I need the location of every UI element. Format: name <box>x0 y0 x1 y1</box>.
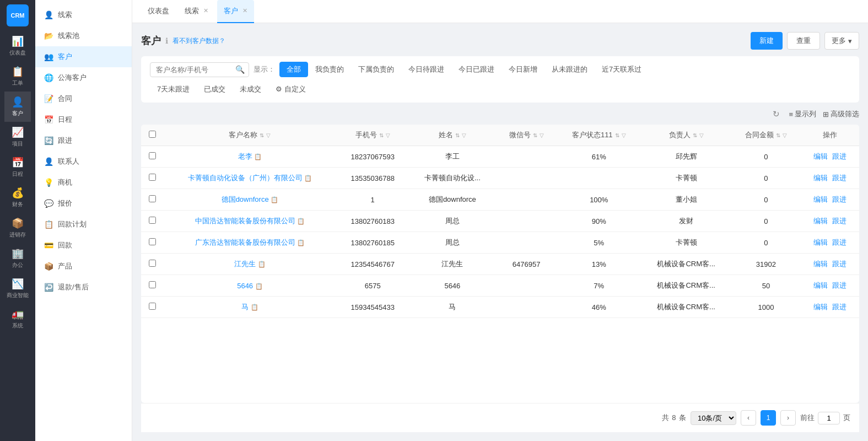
filter-btn-7days-contact[interactable]: 近7天联系过 <box>595 62 649 77</box>
tab-close-customer[interactable]: ✕ <box>242 7 247 14</box>
filter-icon-phone[interactable]: ▽ <box>386 132 390 138</box>
row-select-4[interactable] <box>149 238 156 245</box>
icon-sidebar-item-dashboard[interactable]: 📊仪表盘 <box>4 31 31 61</box>
sort-icon-status[interactable]: ⇅ <box>615 132 619 138</box>
filter-icon-status[interactable]: ▽ <box>622 132 626 138</box>
page-size-select[interactable]: 10条/页20条/页50条/页 <box>691 411 736 425</box>
next-page-button[interactable]: › <box>780 410 796 426</box>
nav-item-quote[interactable]: 💬报价 <box>35 193 132 214</box>
filter-icon-owner[interactable]: ▽ <box>699 132 704 138</box>
row-select-7[interactable] <box>149 303 156 310</box>
filter-icon-contact[interactable]: ▽ <box>462 132 466 138</box>
more-button[interactable]: 更多 ▾ <box>824 32 859 50</box>
nav-item-product[interactable]: 📦产品 <box>35 256 132 277</box>
edit-btn-7[interactable]: 编辑 <box>813 303 828 311</box>
filter-btn-today-followed[interactable]: 今日已跟进 <box>451 62 502 77</box>
sort-icon-owner[interactable]: ⇅ <box>693 132 697 138</box>
customer-name-6[interactable]: 5646 <box>237 282 253 290</box>
row-select-3[interactable] <box>149 217 156 224</box>
search-icon[interactable]: 🔍 <box>235 65 245 74</box>
filter-btn-all[interactable]: 全部 <box>279 62 308 77</box>
edit-btn-3[interactable]: 编辑 <box>813 217 828 225</box>
sort-icon-wechat[interactable]: ⇅ <box>533 132 537 138</box>
sort-icon-amount[interactable]: ⇅ <box>776 132 780 138</box>
customer-name-1[interactable]: 卡菁顿自动化设备（广州）有限公司 <box>188 174 303 182</box>
tab-customer[interactable]: 客户✕ <box>217 0 254 23</box>
copy-icon-3[interactable]: 📋 <box>297 218 305 224</box>
nav-item-return[interactable]: ↩️退款/售后 <box>35 277 132 298</box>
filter-icon-wechat[interactable]: ▽ <box>540 132 544 138</box>
page-jump-input[interactable] <box>818 412 840 424</box>
nav-item-repayment-plan[interactable]: 📋回款计划 <box>35 214 132 235</box>
page-1-button[interactable]: 1 <box>761 410 776 426</box>
row-select-5[interactable] <box>149 260 156 267</box>
icon-sidebar-item-bi[interactable]: 📉商业智能 <box>4 273 31 304</box>
filter-btn-never-followed[interactable]: 从未跟进的 <box>544 62 595 77</box>
edit-btn-6[interactable]: 编辑 <box>813 281 828 289</box>
filter-btn-7days-no-follow[interactable]: 7天未跟进 <box>150 82 197 97</box>
nav-item-opportunity[interactable]: 💡商机 <box>35 172 132 193</box>
select-all-checkbox[interactable] <box>149 131 156 138</box>
icon-sidebar-item-inventory[interactable]: 📦进销存 <box>4 213 31 243</box>
followup-btn-3[interactable]: 跟进 <box>832 217 847 225</box>
search-input[interactable] <box>150 62 249 77</box>
tab-close-leads[interactable]: ✕ <box>203 7 208 14</box>
filter-btn-not-completed[interactable]: 未成交 <box>233 82 268 97</box>
customer-name-5[interactable]: 江先生 <box>234 260 256 268</box>
followup-btn-0[interactable]: 跟进 <box>832 152 847 160</box>
icon-sidebar-item-office[interactable]: 🏢办公 <box>4 243 31 273</box>
nav-item-followup[interactable]: 🔄跟进 <box>35 130 132 151</box>
prev-page-button[interactable]: ‹ <box>741 410 756 426</box>
customer-name-3[interactable]: 中国浩达智能装备股份有限公司 <box>195 217 295 225</box>
icon-sidebar-item-work-order[interactable]: 📋工单 <box>4 61 31 92</box>
filter-icon-name[interactable]: ▽ <box>266 132 271 138</box>
columns-button[interactable]: ≡ 显示列 <box>789 109 816 119</box>
nav-item-leads[interactable]: 👤线索 <box>35 4 132 25</box>
copy-icon-4[interactable]: 📋 <box>297 239 305 246</box>
edit-btn-0[interactable]: 编辑 <box>813 152 828 160</box>
filter-btn-custom[interactable]: ⚙ 自定义 <box>268 82 313 97</box>
sort-icon-contact[interactable]: ⇅ <box>455 132 460 138</box>
customer-name-4[interactable]: 广东浩达智能装备股份有限公司 <box>195 238 295 246</box>
tab-dashboard[interactable]: 仪表盘 <box>141 0 176 23</box>
nav-item-customer[interactable]: 👥客户 <box>35 46 132 67</box>
followup-btn-6[interactable]: 跟进 <box>832 281 847 289</box>
icon-sidebar-item-system[interactable]: 🚛系统 <box>4 304 31 334</box>
followup-btn-4[interactable]: 跟进 <box>832 238 847 246</box>
icon-sidebar-item-finance[interactable]: 💰财务 <box>4 182 31 213</box>
filter-btn-completed[interactable]: 已成交 <box>197 82 233 97</box>
customer-name-7[interactable]: 马 <box>241 303 249 311</box>
followup-btn-5[interactable]: 跟进 <box>832 260 847 268</box>
row-select-2[interactable] <box>149 195 156 202</box>
page-hint[interactable]: 看不到客户数据？ <box>172 36 225 46</box>
nav-item-schedule[interactable]: 📅日程 <box>35 109 132 130</box>
nav-item-leads-pool[interactable]: 📂线索池 <box>35 25 132 46</box>
advanced-filter-button[interactable]: ⊞ 高级筛选 <box>823 109 859 119</box>
copy-icon-0[interactable]: 📋 <box>254 153 262 160</box>
customer-name-2[interactable]: 德国downforce <box>222 195 269 203</box>
row-select-1[interactable] <box>149 174 156 181</box>
copy-icon-1[interactable]: 📋 <box>304 175 312 181</box>
filter-btn-subordinate[interactable]: 下属负责的 <box>351 62 401 77</box>
refresh-button[interactable]: ↻ <box>770 107 782 121</box>
copy-icon-2[interactable]: 📋 <box>271 196 278 203</box>
nav-item-contract[interactable]: 📝合同 <box>35 88 132 109</box>
row-select-0[interactable] <box>149 152 156 159</box>
followup-btn-1[interactable]: 跟进 <box>832 174 847 182</box>
edit-btn-4[interactable]: 编辑 <box>813 238 828 246</box>
icon-sidebar-item-schedule[interactable]: 📅日程 <box>4 152 31 182</box>
filter-btn-today-pending[interactable]: 今日待跟进 <box>401 62 451 77</box>
edit-btn-2[interactable]: 编辑 <box>813 195 828 203</box>
edit-btn-1[interactable]: 编辑 <box>813 174 828 182</box>
nav-item-repayment[interactable]: 💳回款 <box>35 235 132 256</box>
new-button[interactable]: 新建 <box>751 32 783 50</box>
sort-icon-name[interactable]: ⇅ <box>260 132 264 138</box>
filter-btn-mine[interactable]: 我负责的 <box>308 62 351 77</box>
copy-icon-5[interactable]: 📋 <box>258 261 266 267</box>
filter-icon-amount[interactable]: ▽ <box>783 132 787 138</box>
edit-btn-5[interactable]: 编辑 <box>813 260 828 268</box>
tab-leads[interactable]: 线索✕ <box>178 0 215 23</box>
nav-item-contact[interactable]: 👤联系人 <box>35 151 132 172</box>
customer-name-0[interactable]: 老李 <box>238 152 252 160</box>
filter-btn-today-new[interactable]: 今日新增 <box>502 62 544 77</box>
